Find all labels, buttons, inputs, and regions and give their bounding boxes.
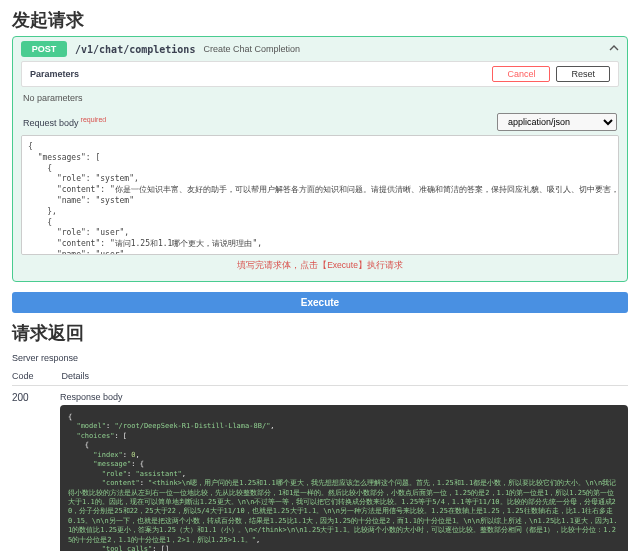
parameters-label: Parameters — [30, 69, 492, 79]
content-type-select[interactable]: application/json — [497, 113, 617, 131]
response-section-title: 请求返回 — [0, 313, 640, 349]
endpoint-path: /v1/chat/completions — [75, 44, 195, 55]
endpoint-summary: Create Chat Completion — [203, 44, 300, 54]
response-columns-header: Code Details — [12, 367, 628, 386]
required-star: required — [81, 116, 107, 123]
chevron-up-icon — [609, 43, 619, 55]
http-method-badge: POST — [21, 41, 67, 57]
response-body-label: Response body — [60, 392, 628, 402]
request-body-row: Request bodyrequired application/json — [21, 109, 619, 135]
reset-button[interactable]: Reset — [556, 66, 610, 82]
code-column-header: Code — [12, 371, 34, 381]
no-parameters-text: No parameters — [21, 87, 619, 109]
response-body-code[interactable]: { "model": "/root/DeepSeek-R1-Distill-Ll… — [60, 405, 628, 551]
request-section-title: 发起请求 — [0, 0, 640, 36]
http-status-code: 200 — [12, 392, 40, 403]
operation-header[interactable]: POST /v1/chat/completions Create Chat Co… — [13, 37, 627, 61]
operation-block: POST /v1/chat/completions Create Chat Co… — [12, 36, 628, 282]
server-response-label: Server response — [12, 349, 628, 367]
cancel-button[interactable]: Cancel — [492, 66, 550, 82]
parameters-bar: Parameters Cancel Reset — [21, 61, 619, 87]
request-body-label: Request bodyrequired — [23, 116, 106, 128]
response-block: Server response Code Details 200 Respons… — [12, 349, 628, 551]
request-body-editor[interactable] — [21, 135, 619, 255]
details-column-header: Details — [62, 371, 90, 381]
execute-button[interactable]: Execute — [12, 292, 628, 313]
execute-hint: 填写完请求体，点击【Execute】执行请求 — [21, 257, 619, 273]
